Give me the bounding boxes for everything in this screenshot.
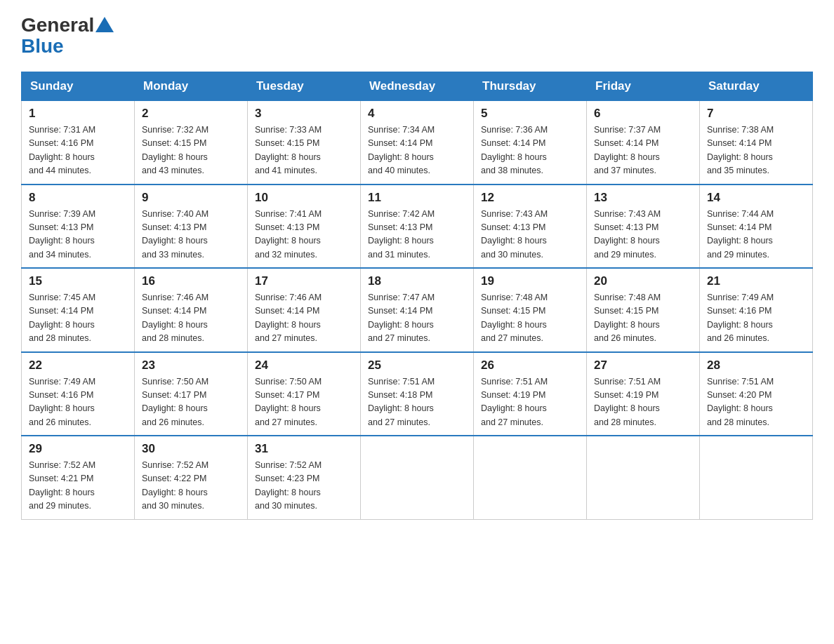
day-info: Sunrise: 7:43 AM Sunset: 4:13 PM Dayligh… — [594, 208, 692, 262]
column-header-tuesday: Tuesday — [248, 72, 361, 101]
calendar-day-cell: 16 Sunrise: 7:46 AM Sunset: 4:14 PM Dayl… — [135, 268, 248, 352]
day-number: 5 — [481, 107, 579, 121]
calendar-day-cell: 17 Sunrise: 7:46 AM Sunset: 4:14 PM Dayl… — [248, 268, 361, 352]
calendar-header-row: SundayMondayTuesdayWednesdayThursdayFrid… — [22, 72, 813, 101]
day-number: 27 — [594, 358, 692, 373]
day-info: Sunrise: 7:51 AM Sunset: 4:19 PM Dayligh… — [594, 375, 692, 430]
day-info: Sunrise: 7:32 AM Sunset: 4:15 PM Dayligh… — [142, 123, 240, 178]
calendar-day-cell: 26 Sunrise: 7:51 AM Sunset: 4:19 PM Dayl… — [474, 352, 587, 436]
day-number: 10 — [255, 191, 353, 205]
calendar-week-row: 15 Sunrise: 7:45 AM Sunset: 4:14 PM Dayl… — [22, 268, 813, 352]
column-header-friday: Friday — [587, 72, 700, 101]
day-number: 24 — [255, 358, 353, 373]
day-number: 31 — [255, 442, 353, 456]
logo-general-text: General — [21, 14, 94, 36]
day-info: Sunrise: 7:37 AM Sunset: 4:14 PM Dayligh… — [594, 123, 692, 178]
calendar-day-cell: 31 Sunrise: 7:52 AM Sunset: 4:23 PM Dayl… — [248, 436, 361, 519]
day-number: 17 — [255, 274, 353, 288]
day-number: 2 — [142, 107, 240, 121]
page-header: General Blue — [21, 14, 813, 58]
calendar-week-row: 1 Sunrise: 7:31 AM Sunset: 4:16 PM Dayli… — [22, 101, 813, 185]
day-info: Sunrise: 7:31 AM Sunset: 4:16 PM Dayligh… — [29, 123, 127, 178]
calendar-week-row: 8 Sunrise: 7:39 AM Sunset: 4:13 PM Dayli… — [22, 185, 813, 269]
day-info: Sunrise: 7:49 AM Sunset: 4:16 PM Dayligh… — [707, 291, 805, 346]
day-info: Sunrise: 7:38 AM Sunset: 4:14 PM Dayligh… — [707, 123, 805, 178]
day-number: 1 — [29, 107, 127, 121]
logo: General Blue — [21, 14, 114, 58]
column-header-monday: Monday — [135, 72, 248, 101]
day-number: 23 — [142, 358, 240, 373]
day-number: 26 — [481, 358, 579, 373]
calendar-day-cell: 1 Sunrise: 7:31 AM Sunset: 4:16 PM Dayli… — [22, 101, 135, 185]
day-number: 8 — [29, 191, 127, 205]
calendar-day-cell: 23 Sunrise: 7:50 AM Sunset: 4:17 PM Dayl… — [135, 352, 248, 436]
day-info: Sunrise: 7:50 AM Sunset: 4:17 PM Dayligh… — [142, 375, 240, 430]
day-info: Sunrise: 7:48 AM Sunset: 4:15 PM Dayligh… — [481, 291, 579, 346]
calendar-day-cell: 27 Sunrise: 7:51 AM Sunset: 4:19 PM Dayl… — [587, 352, 700, 436]
day-info: Sunrise: 7:50 AM Sunset: 4:17 PM Dayligh… — [255, 375, 353, 430]
calendar-day-cell: 18 Sunrise: 7:47 AM Sunset: 4:14 PM Dayl… — [361, 268, 474, 352]
day-info: Sunrise: 7:42 AM Sunset: 4:13 PM Dayligh… — [368, 208, 466, 262]
logo-blue-text: Blue — [21, 35, 114, 58]
calendar-day-cell: 10 Sunrise: 7:41 AM Sunset: 4:13 PM Dayl… — [248, 185, 361, 269]
day-info: Sunrise: 7:47 AM Sunset: 4:14 PM Dayligh… — [368, 291, 466, 346]
calendar-day-cell: 2 Sunrise: 7:32 AM Sunset: 4:15 PM Dayli… — [135, 101, 248, 185]
day-info: Sunrise: 7:46 AM Sunset: 4:14 PM Dayligh… — [255, 291, 353, 346]
day-number: 25 — [368, 358, 466, 373]
calendar-day-cell: 13 Sunrise: 7:43 AM Sunset: 4:13 PM Dayl… — [587, 185, 700, 269]
column-header-thursday: Thursday — [474, 72, 587, 101]
day-number: 28 — [707, 358, 805, 373]
day-info: Sunrise: 7:49 AM Sunset: 4:16 PM Dayligh… — [29, 375, 127, 430]
day-number: 30 — [142, 442, 240, 456]
day-number: 7 — [707, 107, 805, 121]
calendar-day-cell: 8 Sunrise: 7:39 AM Sunset: 4:13 PM Dayli… — [22, 185, 135, 269]
calendar-day-cell: 15 Sunrise: 7:45 AM Sunset: 4:14 PM Dayl… — [22, 268, 135, 352]
day-info: Sunrise: 7:39 AM Sunset: 4:13 PM Dayligh… — [29, 208, 127, 262]
day-number: 3 — [255, 107, 353, 121]
calendar-day-cell: 25 Sunrise: 7:51 AM Sunset: 4:18 PM Dayl… — [361, 352, 474, 436]
calendar-day-cell — [587, 436, 700, 519]
day-number: 21 — [707, 274, 805, 288]
calendar-day-cell — [361, 436, 474, 519]
calendar-day-cell: 11 Sunrise: 7:42 AM Sunset: 4:13 PM Dayl… — [361, 185, 474, 269]
column-header-wednesday: Wednesday — [361, 72, 474, 101]
calendar-day-cell: 30 Sunrise: 7:52 AM Sunset: 4:22 PM Dayl… — [135, 436, 248, 519]
day-info: Sunrise: 7:40 AM Sunset: 4:13 PM Dayligh… — [142, 208, 240, 262]
day-info: Sunrise: 7:43 AM Sunset: 4:13 PM Dayligh… — [481, 208, 579, 262]
calendar-day-cell: 14 Sunrise: 7:44 AM Sunset: 4:14 PM Dayl… — [700, 185, 813, 269]
day-number: 22 — [29, 358, 127, 373]
day-number: 20 — [594, 274, 692, 288]
day-info: Sunrise: 7:52 AM Sunset: 4:23 PM Dayligh… — [255, 459, 353, 514]
calendar-table: SundayMondayTuesdayWednesdayThursdayFrid… — [21, 72, 813, 520]
day-info: Sunrise: 7:52 AM Sunset: 4:22 PM Dayligh… — [142, 459, 240, 514]
calendar-day-cell: 9 Sunrise: 7:40 AM Sunset: 4:13 PM Dayli… — [135, 185, 248, 269]
calendar-day-cell: 28 Sunrise: 7:51 AM Sunset: 4:20 PM Dayl… — [700, 352, 813, 436]
day-info: Sunrise: 7:48 AM Sunset: 4:15 PM Dayligh… — [594, 291, 692, 346]
column-header-saturday: Saturday — [700, 72, 813, 101]
calendar-day-cell: 21 Sunrise: 7:49 AM Sunset: 4:16 PM Dayl… — [700, 268, 813, 352]
day-number: 19 — [481, 274, 579, 288]
day-info: Sunrise: 7:41 AM Sunset: 4:13 PM Dayligh… — [255, 208, 353, 262]
calendar-day-cell: 22 Sunrise: 7:49 AM Sunset: 4:16 PM Dayl… — [22, 352, 135, 436]
day-number: 11 — [368, 191, 466, 205]
day-info: Sunrise: 7:46 AM Sunset: 4:14 PM Dayligh… — [142, 291, 240, 346]
day-number: 12 — [481, 191, 579, 205]
calendar-day-cell: 20 Sunrise: 7:48 AM Sunset: 4:15 PM Dayl… — [587, 268, 700, 352]
calendar-day-cell: 6 Sunrise: 7:37 AM Sunset: 4:14 PM Dayli… — [587, 101, 700, 185]
day-info: Sunrise: 7:34 AM Sunset: 4:14 PM Dayligh… — [368, 123, 466, 178]
logo-triangle-icon — [95, 17, 114, 32]
calendar-day-cell: 3 Sunrise: 7:33 AM Sunset: 4:15 PM Dayli… — [248, 101, 361, 185]
day-info: Sunrise: 7:45 AM Sunset: 4:14 PM Dayligh… — [29, 291, 127, 346]
calendar-week-row: 22 Sunrise: 7:49 AM Sunset: 4:16 PM Dayl… — [22, 352, 813, 436]
calendar-day-cell: 24 Sunrise: 7:50 AM Sunset: 4:17 PM Dayl… — [248, 352, 361, 436]
day-number: 29 — [29, 442, 127, 456]
day-number: 18 — [368, 274, 466, 288]
day-number: 16 — [142, 274, 240, 288]
day-info: Sunrise: 7:52 AM Sunset: 4:21 PM Dayligh… — [29, 459, 127, 514]
calendar-day-cell: 19 Sunrise: 7:48 AM Sunset: 4:15 PM Dayl… — [474, 268, 587, 352]
day-number: 13 — [594, 191, 692, 205]
calendar-week-row: 29 Sunrise: 7:52 AM Sunset: 4:21 PM Dayl… — [22, 436, 813, 519]
calendar-day-cell: 5 Sunrise: 7:36 AM Sunset: 4:14 PM Dayli… — [474, 101, 587, 185]
day-info: Sunrise: 7:51 AM Sunset: 4:19 PM Dayligh… — [481, 375, 579, 430]
day-number: 15 — [29, 274, 127, 288]
